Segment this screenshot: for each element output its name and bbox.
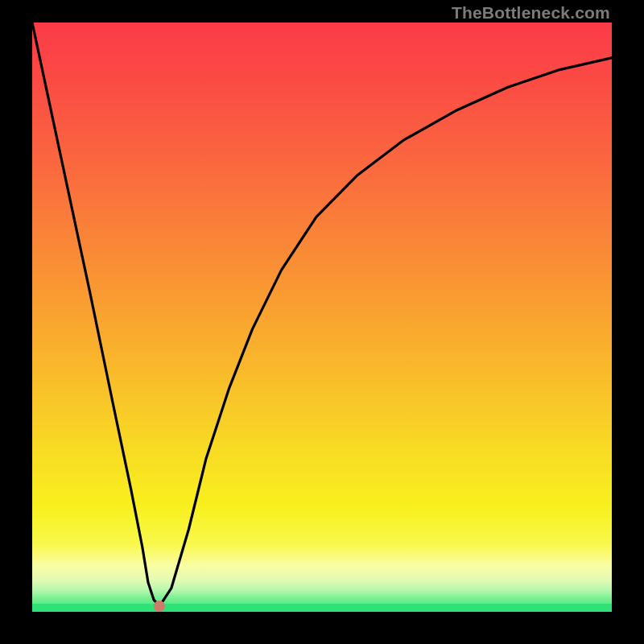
chart-frame: TheBottleneck.com <box>0 0 644 644</box>
plot-area <box>32 23 612 612</box>
optimal-point-marker <box>154 601 165 612</box>
watermark-text: TheBottleneck.com <box>452 3 610 23</box>
